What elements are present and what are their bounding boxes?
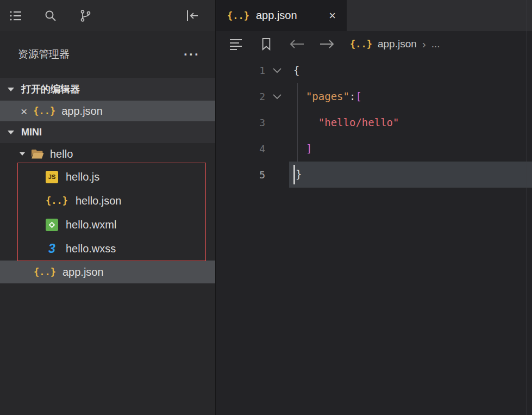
json-file-icon: {..}: [227, 10, 249, 21]
breadcrumb-ellipsis[interactable]: ...: [431, 38, 440, 50]
project-section-header[interactable]: MINI: [0, 121, 215, 143]
fold-chevron-icon[interactable]: [265, 67, 289, 73]
explorer-sidebar: 资源管理器 ··· 打开的编辑器 × {..} app.json MINI h: [0, 0, 216, 415]
outline-list-icon[interactable]: [227, 38, 245, 51]
sidebar-toolbar: [0, 0, 215, 31]
breadcrumb-file[interactable]: app.json: [378, 38, 417, 50]
open-editor-file-label: app.json: [61, 105, 103, 117]
line-number: 1: [216, 65, 265, 76]
folder-hello[interactable]: hello: [0, 143, 215, 165]
tab-label: app.json: [256, 9, 322, 22]
project-label: MINI: [21, 127, 42, 138]
tab-bar: {..} app.json ×: [216, 0, 532, 31]
open-editors-label: 打开的编辑器: [21, 83, 80, 96]
chevron-down-icon: [8, 88, 14, 91]
navigate-back-icon[interactable]: [288, 39, 305, 49]
editor-area: {..} app.json ×: [216, 0, 532, 415]
line-number: 2: [216, 91, 265, 102]
fold-chevron-icon[interactable]: [265, 94, 289, 100]
code-line-1[interactable]: 1 {: [216, 57, 532, 83]
json-file-icon: {..}: [33, 106, 55, 116]
code-token: "pages": [306, 90, 349, 102]
explorer-title: 资源管理器: [18, 47, 70, 61]
code-line-4[interactable]: 4 ]: [216, 135, 532, 162]
file-hello-json[interactable]: {..} hello.json: [0, 189, 215, 213]
line-number: 3: [216, 117, 265, 128]
line-number: 4: [216, 143, 265, 154]
file-hello-js[interactable]: JS hello.js: [0, 165, 215, 189]
breadcrumb: {..} app.json › ...: [350, 38, 440, 51]
json-file-icon: {..}: [34, 267, 56, 277]
bookmark-icon[interactable]: [258, 37, 275, 51]
file-hello-wxss[interactable]: 3 hello.wxss: [0, 237, 215, 261]
folder-label: hello: [50, 148, 73, 160]
file-hello-wxml[interactable]: hello.wxml: [0, 213, 215, 237]
open-editors-section-header[interactable]: 打开的编辑器: [0, 78, 215, 101]
chevron-right-icon: ›: [422, 38, 426, 51]
code-token: {: [293, 64, 299, 76]
source-control-icon[interactable]: [78, 7, 100, 24]
file-label: hello.json: [76, 195, 122, 207]
open-editor-item-appjson[interactable]: × {..} app.json: [0, 101, 215, 121]
wxss-file-icon: 3: [46, 241, 58, 256]
chevron-down-icon: [8, 131, 14, 134]
json-file-icon: {..}: [46, 195, 68, 206]
open-folder-icon: [31, 149, 44, 159]
menu-icon[interactable]: [9, 7, 30, 24]
close-editor-icon[interactable]: ×: [21, 106, 27, 117]
text-cursor: [293, 165, 295, 184]
file-label: hello.wxss: [66, 243, 116, 255]
code-token: ]: [306, 143, 312, 154]
code-token: }: [296, 168, 302, 180]
tab-app-json[interactable]: {..} app.json ×: [216, 0, 347, 31]
navigate-forward-icon[interactable]: [318, 39, 336, 49]
js-file-icon: JS: [46, 171, 58, 183]
code-token: [: [355, 90, 361, 102]
code-line-2[interactable]: 2 "pages":[: [216, 83, 532, 109]
search-icon[interactable]: [43, 7, 65, 24]
code-line-5[interactable]: 5 }: [216, 162, 532, 188]
file-label: hello.wxml: [66, 219, 116, 231]
sidebar-header: 资源管理器 ···: [0, 31, 215, 78]
code-line-3[interactable]: 3 "hello/hello": [216, 109, 532, 135]
breadcrumb-bar: {..} app.json › ...: [216, 31, 532, 57]
file-app-json[interactable]: {..} app.json: [0, 261, 215, 283]
line-number: 5: [216, 169, 265, 181]
more-actions-button[interactable]: ···: [184, 52, 200, 57]
file-label: app.json: [62, 266, 104, 278]
code-token: "hello/hello": [318, 116, 399, 128]
wxml-file-icon: [46, 219, 58, 231]
json-file-icon: {..}: [350, 39, 372, 49]
collapse-sidebar-icon[interactable]: [185, 7, 206, 24]
chevron-down-icon: [20, 152, 25, 156]
close-tab-icon[interactable]: ×: [329, 9, 336, 23]
ide-window: 资源管理器 ··· 打开的编辑器 × {..} app.json MINI h: [0, 0, 532, 415]
code-editor[interactable]: 1 { 2 "pages":[ 3 "hello/hello" 4: [216, 57, 532, 415]
file-label: hello.js: [66, 171, 99, 183]
code-token: :: [349, 90, 355, 102]
